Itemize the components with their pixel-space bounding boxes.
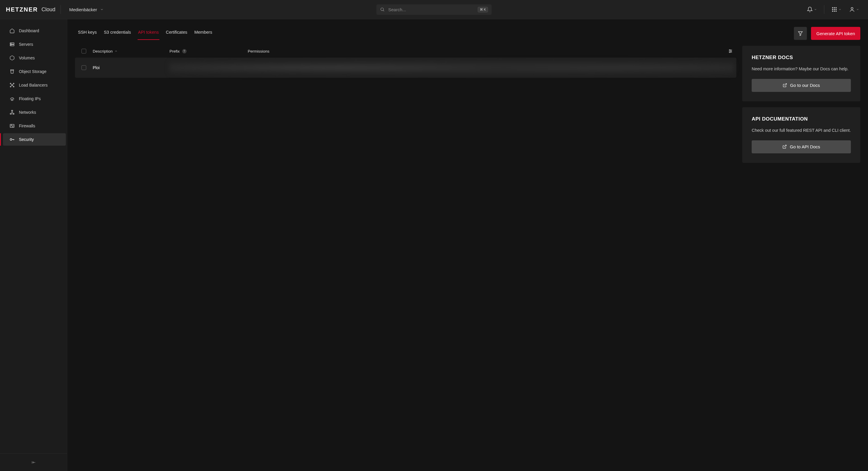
generate-api-token-button[interactable]: Generate API token	[811, 27, 860, 40]
sidebar-item-volumes[interactable]: Volumes	[3, 52, 66, 64]
tab-members[interactable]: Members	[191, 27, 215, 40]
svg-line-23	[13, 84, 13, 85]
row-checkbox[interactable]	[82, 65, 86, 70]
apps-menu-button[interactable]	[829, 4, 844, 15]
table-row[interactable]: Ploi	[75, 58, 736, 78]
app-header: HETZNER Cloud Medienbäcker ⌘ K	[0, 0, 868, 19]
floating-ip-icon	[9, 96, 15, 101]
sidebar-item-label: Dashboard	[19, 28, 39, 33]
key-icon	[9, 137, 15, 142]
svg-point-49	[730, 52, 731, 53]
bucket-icon	[9, 69, 15, 74]
column-header-description[interactable]: Description	[93, 49, 169, 54]
search-shortcut: ⌘ K	[478, 7, 488, 12]
docs-card: HETZNER DOCS Need more information? Mayb…	[742, 46, 860, 101]
help-icon[interactable]: ?	[182, 49, 187, 54]
column-settings-button[interactable]	[724, 49, 736, 54]
sidebar-item-label: Firewalls	[19, 123, 35, 128]
volume-icon	[9, 55, 15, 61]
svg-rect-28	[10, 114, 11, 114]
svg-rect-4	[836, 7, 836, 8]
sidebar-item-object-storage[interactable]: Object Storage	[3, 65, 66, 78]
svg-rect-2	[832, 7, 833, 8]
external-link-icon	[783, 83, 787, 87]
svg-point-18	[13, 83, 14, 84]
svg-line-32	[12, 112, 13, 114]
sidebar-item-label: Security	[19, 137, 34, 142]
search-icon	[380, 7, 385, 12]
main-content: SSH keys S3 credentials API tokens Certi…	[67, 19, 868, 471]
global-search[interactable]: ⌘ K	[376, 4, 492, 15]
select-all-checkbox[interactable]	[82, 49, 86, 54]
token-description: Ploi	[93, 65, 99, 70]
sidebar-item-label: Floating IPs	[19, 96, 41, 101]
docs-card-body: Need more information? Maybe our Docs ca…	[752, 66, 851, 72]
chevron-down-icon	[100, 8, 104, 11]
sidebar-collapse-button[interactable]	[0, 453, 67, 471]
sidebar-item-load-balancers[interactable]: Load Balancers	[3, 79, 66, 91]
svg-rect-5	[832, 9, 833, 10]
sidebar-item-dashboard[interactable]: Dashboard	[3, 25, 66, 37]
server-icon	[9, 42, 15, 47]
project-name: Medienbäcker	[69, 7, 97, 12]
svg-point-47	[730, 50, 731, 51]
svg-rect-26	[11, 99, 13, 100]
svg-marker-43	[798, 32, 802, 36]
tab-api-tokens[interactable]: API tokens	[135, 27, 162, 40]
sidebar-item-label: Object Storage	[19, 69, 46, 74]
tab-certificates[interactable]: Certificates	[163, 27, 190, 40]
svg-line-51	[784, 145, 786, 147]
svg-point-20	[13, 86, 14, 87]
sidebar-item-networks[interactable]: Networks	[3, 106, 66, 118]
chevron-down-icon	[814, 8, 817, 11]
svg-line-50	[784, 84, 786, 86]
search-input[interactable]	[388, 7, 474, 12]
brand-logo[interactable]: HETZNER Cloud	[6, 6, 55, 13]
notifications-button[interactable]	[804, 4, 820, 15]
api-tokens-table: Description Prefix ? Permissions	[75, 46, 736, 78]
svg-line-25	[13, 86, 13, 86]
svg-line-1	[383, 10, 384, 11]
filter-icon	[798, 31, 803, 36]
load-balancer-icon	[9, 83, 15, 88]
svg-point-11	[851, 7, 853, 9]
svg-point-0	[381, 8, 383, 11]
project-selector[interactable]: Medienbäcker	[66, 5, 106, 14]
column-header-permissions[interactable]: Permissions	[248, 49, 724, 54]
sidebar-item-servers[interactable]: Servers	[3, 38, 66, 51]
sidebar-item-security[interactable]: Security	[3, 133, 66, 146]
user-menu-button[interactable]	[846, 4, 862, 15]
sidebar-item-label: Servers	[19, 42, 33, 47]
svg-point-19	[10, 86, 11, 87]
svg-rect-27	[11, 110, 13, 111]
svg-rect-7	[836, 9, 836, 10]
column-header-prefix[interactable]: Prefix ?	[169, 49, 248, 54]
sidebar-item-firewalls[interactable]: Firewalls	[3, 120, 66, 132]
api-card-body: Check out our full featured REST API and…	[752, 127, 851, 134]
filter-button[interactable]	[794, 27, 807, 40]
svg-rect-9	[834, 11, 835, 11]
svg-rect-6	[834, 9, 835, 10]
external-link-icon	[782, 145, 787, 149]
go-to-api-docs-button[interactable]: Go to API Docs	[752, 140, 851, 153]
chevron-down-icon	[838, 8, 841, 11]
table-header-row: Description Prefix ? Permissions	[75, 46, 736, 58]
svg-rect-8	[832, 11, 833, 11]
svg-rect-10	[836, 11, 836, 11]
svg-rect-3	[834, 7, 835, 8]
svg-rect-29	[13, 114, 14, 114]
svg-point-14	[11, 43, 11, 43]
sidebar-item-label: Load Balancers	[19, 83, 48, 87]
sidebar-item-floating-ips[interactable]: Floating IPs	[3, 92, 66, 105]
api-docs-card: API DOCUMENTATION Check out our full fea…	[742, 107, 860, 163]
tab-s3-credentials[interactable]: S3 credentials	[101, 27, 134, 40]
svg-line-24	[11, 86, 11, 86]
sidebar-item-label: Volumes	[19, 56, 35, 60]
svg-point-17	[10, 83, 11, 84]
svg-point-48	[731, 51, 732, 52]
svg-line-31	[11, 112, 12, 114]
brand-name: HETZNER	[6, 6, 38, 13]
home-icon	[9, 28, 15, 33]
go-to-docs-button[interactable]: Go to our Docs	[752, 79, 851, 92]
tab-ssh-keys[interactable]: SSH keys	[75, 27, 100, 40]
